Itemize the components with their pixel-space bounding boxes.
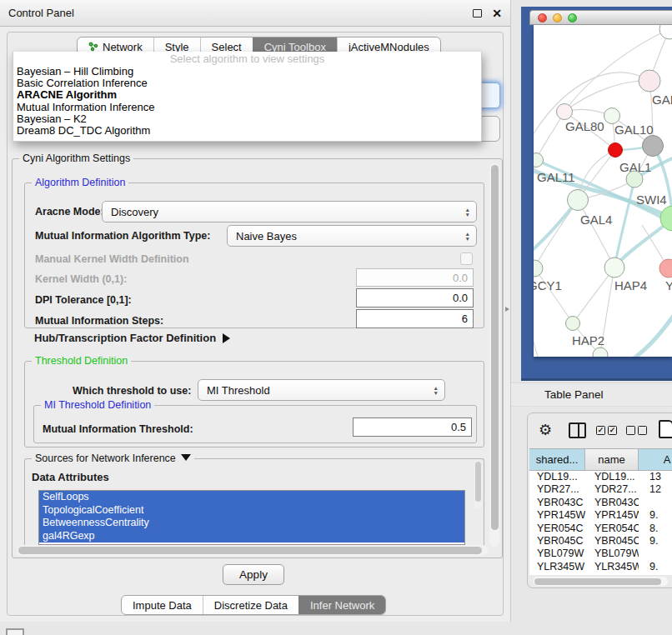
control-panel-window: Control Panel ✕ NetworkStyleSelectCyni T… bbox=[0, 0, 511, 622]
network-node-gray-node[interactable] bbox=[643, 136, 664, 157]
data-attributes-list[interactable]: SelfLoopsTopologicalCoefficientBetweenne… bbox=[38, 490, 465, 545]
gear-icon[interactable]: ⚙ bbox=[539, 421, 552, 439]
cell: 9 bbox=[639, 573, 672, 575]
mi-steps-field[interactable]: 6 bbox=[356, 309, 474, 328]
attribute-item-topologicalcoefficient[interactable]: TopologicalCoefficient bbox=[39, 504, 464, 518]
algorithm-definition-legend: Algorithm Definition bbox=[32, 177, 128, 189]
algorithm-definition-group: Algorithm Definition Aracne Mode: Discov… bbox=[24, 182, 484, 328]
settings-horizontal-scrollbar[interactable] bbox=[17, 545, 488, 556]
dpi-tolerance-field[interactable]: 0.0 bbox=[356, 288, 474, 308]
table-row[interactable]: YBR045CYBR045C9. bbox=[529, 535, 672, 548]
mi-algorithm-type-select[interactable]: Naive Bayes ▲▼ bbox=[227, 225, 477, 247]
table-row[interactable]: YDR27...YDR27...12 bbox=[529, 483, 672, 496]
network-canvas[interactable]: GALGAL80GAL10GAL1GAL11SWI4GAL4GCY1HAP4YH… bbox=[534, 25, 672, 357]
algorithm-option-aracne-algorithm[interactable]: ARACNE Algorithm bbox=[13, 89, 481, 101]
table-row[interactable]: YPR145WYPR145W9. bbox=[529, 509, 672, 522]
minimize-traffic-light[interactable] bbox=[553, 13, 562, 22]
attribute-item-selfloops[interactable]: SelfLoops bbox=[39, 491, 464, 504]
dpi-tolerance-label: DPI Tolerance [0,1]: bbox=[35, 294, 132, 306]
settings-vertical-scrollbar[interactable] bbox=[489, 163, 499, 547]
attribute-item-gal4rgexp[interactable]: gal4RGexp bbox=[39, 530, 464, 543]
deselect-all-checkbox-icon[interactable] bbox=[626, 426, 635, 435]
table-row[interactable]: YER054CYER054C8. bbox=[529, 522, 672, 535]
cell: YBL079W bbox=[585, 548, 639, 560]
which-threshold-select[interactable]: MI Threshold ▲▼ bbox=[198, 379, 445, 401]
table-row[interactable]: YLR345WYLR345W9. bbox=[529, 561, 672, 573]
attributes-scrollbar[interactable] bbox=[474, 461, 482, 509]
cell: YBL079W bbox=[529, 548, 585, 560]
tab-impute-data[interactable]: Impute Data bbox=[122, 596, 203, 614]
mi-algorithm-type-label: Mutual Information Algorithm Type: bbox=[35, 230, 210, 242]
collapsed-arrow-icon bbox=[223, 333, 230, 343]
cell: YDL19... bbox=[529, 471, 585, 483]
table-horizontal-scrollbar[interactable] bbox=[533, 577, 668, 586]
column-header-a[interactable]: A bbox=[639, 449, 672, 470]
threshold-definition-group: Threshold Definition Which threshold to … bbox=[24, 361, 484, 448]
cell: YIL052C bbox=[529, 573, 585, 575]
cell: YLR345W bbox=[585, 561, 639, 573]
cell: YIL052C bbox=[585, 573, 639, 575]
column-header-shared-[interactable]: shared... bbox=[529, 449, 585, 470]
table-row[interactable]: YBL079WYBL079W bbox=[529, 548, 672, 560]
algorithm-option-bayesian-k2[interactable]: Bayesian – K2 bbox=[13, 113, 481, 125]
algorithm-option-mutual-information-inference[interactable]: Mutual Information Inference bbox=[13, 102, 481, 113]
tab-infer-network[interactable]: Infer Network bbox=[298, 596, 385, 614]
attribute-item-betweennesscentrality[interactable]: BetweennessCentrality bbox=[39, 517, 464, 530]
network-node-gal80[interactable]: GAL80 bbox=[557, 104, 604, 134]
table-panel-titlebar: Table Panel bbox=[511, 382, 672, 407]
tab-discretize-data[interactable]: Discretize Data bbox=[203, 596, 298, 614]
network-node-hap2[interactable]: HAP2 bbox=[566, 317, 605, 348]
close-traffic-light[interactable] bbox=[538, 13, 547, 22]
close-icon[interactable]: ✕ bbox=[492, 8, 502, 19]
kernel-width-field[interactable]: 0.0 bbox=[356, 268, 474, 287]
columns-icon[interactable] bbox=[569, 422, 586, 438]
network-node-top-partial[interactable] bbox=[659, 25, 672, 39]
node-label: HAP2 bbox=[572, 333, 604, 348]
algorithm-option-bayesian-hill-climbing[interactable]: Bayesian – Hill Climbing bbox=[13, 66, 481, 78]
zoom-traffic-light[interactable] bbox=[568, 13, 577, 22]
apply-button[interactable]: Apply bbox=[223, 564, 284, 585]
hub-definition-toggle[interactable]: Hub/Transcription Factor Definition bbox=[34, 330, 230, 345]
network-icon bbox=[88, 42, 98, 52]
control-panel-titlebar: Control Panel ✕ bbox=[0, 0, 510, 27]
mi-threshold-label: Mutual Information Threshold: bbox=[43, 423, 193, 435]
hub-definition-label: Hub/Transcription Factor Definition bbox=[34, 332, 216, 344]
table-panel: ⚙ ✓ ✓ shared...nameA YDL19...YDL19...13Y… bbox=[527, 412, 672, 588]
float-window-icon[interactable] bbox=[473, 9, 482, 18]
aracne-mode-label: Aracne Mode: bbox=[35, 206, 104, 218]
panel-splitter-handle[interactable] bbox=[505, 307, 509, 312]
table-panel-title: Table Panel bbox=[544, 388, 604, 401]
mi-threshold-legend: MI Threshold Definition bbox=[41, 399, 154, 412]
table-row[interactable]: YBR043CYBR043C bbox=[529, 497, 672, 509]
network-node-gcy1[interactable]: GCY1 bbox=[534, 260, 562, 292]
mi-algorithm-type-value: Naive Bayes bbox=[236, 230, 297, 242]
cell: YBR043C bbox=[529, 497, 585, 509]
column-header-name[interactable]: name bbox=[585, 449, 639, 470]
stepper-arrows-icon: ▲▼ bbox=[465, 208, 470, 217]
table-body: YDL19...YDL19...13YDR27...YDR27...12YBR0… bbox=[529, 471, 672, 575]
screen: Control Panel ✕ NetworkStyleSelectCyni T… bbox=[0, 0, 672, 635]
aracne-mode-select[interactable]: Discovery ▲▼ bbox=[102, 201, 477, 222]
deselect-all-checkbox-icon[interactable] bbox=[638, 426, 647, 435]
control-panel-title: Control Panel bbox=[8, 7, 473, 19]
table-toolbar: ⚙ ✓ ✓ bbox=[528, 418, 672, 443]
new-table-icon[interactable] bbox=[659, 420, 672, 438]
network-node-gal-pink[interactable]: GAL bbox=[639, 70, 672, 107]
select-all-checkbox-icon[interactable]: ✓ bbox=[596, 426, 605, 435]
which-threshold-value: MI Threshold bbox=[207, 384, 270, 397]
cell: YBR045C bbox=[585, 535, 639, 548]
algorithm-option-dream8-dc-tdc-algorithm[interactable]: Dream8 DC_TDC Algorithm bbox=[13, 125, 481, 137]
select-all-checkbox-icon[interactable]: ✓ bbox=[608, 426, 617, 435]
algorithm-dropdown-popup: Select algorithm to view settings Bayesi… bbox=[13, 52, 482, 142]
mi-threshold-field[interactable]: 0.5 bbox=[353, 418, 472, 437]
network-node-salmon-node[interactable]: Y bbox=[659, 259, 672, 292]
kernel-width-label: Kernel Width (0,1): bbox=[35, 273, 127, 285]
minimized-panel-icon[interactable] bbox=[6, 628, 24, 635]
table-row[interactable]: YDL19...YDL19...13 bbox=[529, 471, 672, 483]
sources-legend[interactable]: Sources for Network Inference bbox=[32, 452, 194, 465]
table-row[interactable]: YIL052CYIL052C9 bbox=[529, 573, 672, 575]
network-node-gal10[interactable]: GAL10 bbox=[604, 108, 654, 138]
manual-kernel-checkbox[interactable] bbox=[460, 252, 473, 265]
data-attributes-label: Data Attributes bbox=[32, 471, 109, 483]
algorithm-option-basic-correlation-inference[interactable]: Basic Correlation Inference bbox=[13, 78, 481, 89]
